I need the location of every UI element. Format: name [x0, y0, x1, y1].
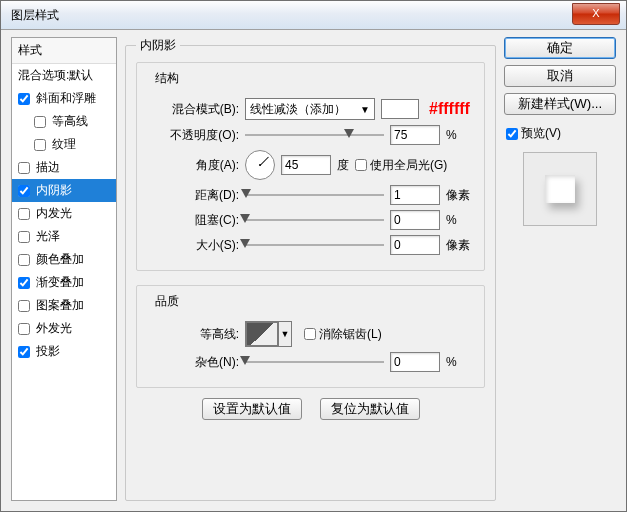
right-sidebar: 确定 取消 新建样式(W)... 预览(V): [504, 37, 616, 501]
blend-mode-label: 混合模式(B):: [147, 101, 239, 118]
contour-picker[interactable]: ▼: [245, 321, 292, 347]
color-hex-annotation: #ffffff: [429, 100, 470, 118]
style-item-stroke[interactable]: 描边: [12, 156, 116, 179]
size-slider[interactable]: [245, 238, 384, 252]
chevron-down-icon: ▼: [278, 322, 291, 346]
size-label: 大小(S):: [147, 237, 239, 254]
style-list-header: 样式: [12, 38, 116, 64]
style-item-bevel[interactable]: 斜面和浮雕: [12, 87, 116, 110]
new-style-button[interactable]: 新建样式(W)...: [504, 93, 616, 115]
style-item-inner-shadow[interactable]: 内阴影: [12, 179, 116, 202]
style-item-pattern-overlay[interactable]: 图案叠加: [12, 294, 116, 317]
style-check-outer-glow[interactable]: [18, 323, 30, 335]
dialog-body: 样式 混合选项:默认 斜面和浮雕 等高线 纹理 描边 内阴影: [1, 29, 626, 511]
choke-slider[interactable]: [245, 213, 384, 227]
global-light-checkbox[interactable]: 使用全局光(G): [355, 157, 447, 174]
angle-input[interactable]: 45: [281, 155, 331, 175]
center-panel: 内阴影 结构 混合模式(B): 线性减淡（添加） ▼ #ffffff: [125, 37, 496, 501]
size-input[interactable]: 0: [390, 235, 440, 255]
style-check-drop-shadow[interactable]: [18, 346, 30, 358]
preview-checkbox[interactable]: 预览(V): [506, 125, 616, 142]
opacity-input[interactable]: 75: [390, 125, 440, 145]
quality-group: 品质 等高线: ▼ 消除锯齿(L) 杂色(N):: [136, 285, 485, 388]
style-check-contour[interactable]: [34, 116, 46, 128]
contour-thumbnail: [246, 322, 278, 346]
antialias-checkbox[interactable]: 消除锯齿(L): [304, 326, 382, 343]
style-check-color-overlay[interactable]: [18, 254, 30, 266]
title-text: 图层样式: [11, 7, 59, 24]
noise-label: 杂色(N):: [147, 354, 239, 371]
style-check-stroke[interactable]: [18, 162, 30, 174]
style-item-color-overlay[interactable]: 颜色叠加: [12, 248, 116, 271]
structure-group: 结构 混合模式(B): 线性减淡（添加） ▼ #ffffff 不透明度(O):: [136, 62, 485, 271]
opacity-slider[interactable]: [245, 128, 384, 142]
style-check-satin[interactable]: [18, 231, 30, 243]
style-list: 样式 混合选项:默认 斜面和浮雕 等高线 纹理 描边 内阴影: [11, 37, 117, 501]
inner-shadow-fieldset: 内阴影 结构 混合模式(B): 线性减淡（添加） ▼ #ffffff: [125, 37, 496, 501]
noise-slider[interactable]: [245, 355, 384, 369]
noise-input[interactable]: 0: [390, 352, 440, 372]
style-check-pattern-overlay[interactable]: [18, 300, 30, 312]
style-item-gradient-overlay[interactable]: 渐变叠加: [12, 271, 116, 294]
titlebar[interactable]: 图层样式 X: [1, 1, 626, 30]
panel-title: 内阴影: [136, 37, 180, 54]
style-item-texture[interactable]: 纹理: [12, 133, 116, 156]
chevron-down-icon: ▼: [360, 104, 370, 115]
opacity-label: 不透明度(O):: [147, 127, 239, 144]
contour-label: 等高线:: [147, 326, 239, 343]
angle-dial[interactable]: [245, 150, 275, 180]
style-item-contour[interactable]: 等高线: [12, 110, 116, 133]
style-item-outer-glow[interactable]: 外发光: [12, 317, 116, 340]
style-item-drop-shadow[interactable]: 投影: [12, 340, 116, 363]
cancel-button[interactable]: 取消: [504, 65, 616, 87]
style-item-satin[interactable]: 光泽: [12, 225, 116, 248]
choke-label: 阻塞(C):: [147, 212, 239, 229]
style-check-texture[interactable]: [34, 139, 46, 151]
reset-default-button[interactable]: 复位为默认值: [320, 398, 420, 420]
dialog-window: 图层样式 X 样式 混合选项:默认 斜面和浮雕 等高线 纹理 描边: [0, 0, 627, 512]
choke-input[interactable]: 0: [390, 210, 440, 230]
preview-thumbnail: [523, 152, 597, 226]
blend-mode-dropdown[interactable]: 线性减淡（添加） ▼: [245, 98, 375, 120]
style-check-gradient-overlay[interactable]: [18, 277, 30, 289]
quality-title: 品质: [151, 293, 183, 310]
angle-label: 角度(A):: [147, 157, 239, 174]
distance-input[interactable]: 1: [390, 185, 440, 205]
close-button[interactable]: X: [572, 3, 620, 25]
style-item-inner-glow[interactable]: 内发光: [12, 202, 116, 225]
color-swatch[interactable]: [381, 99, 419, 119]
close-icon: X: [592, 7, 599, 19]
distance-slider[interactable]: [245, 188, 384, 202]
style-check-bevel[interactable]: [18, 93, 30, 105]
ok-button[interactable]: 确定: [504, 37, 616, 59]
blending-options-item[interactable]: 混合选项:默认: [12, 64, 116, 87]
style-check-inner-glow[interactable]: [18, 208, 30, 220]
style-check-inner-shadow[interactable]: [18, 185, 30, 197]
make-default-button[interactable]: 设置为默认值: [202, 398, 302, 420]
distance-label: 距离(D):: [147, 187, 239, 204]
structure-title: 结构: [151, 70, 183, 87]
